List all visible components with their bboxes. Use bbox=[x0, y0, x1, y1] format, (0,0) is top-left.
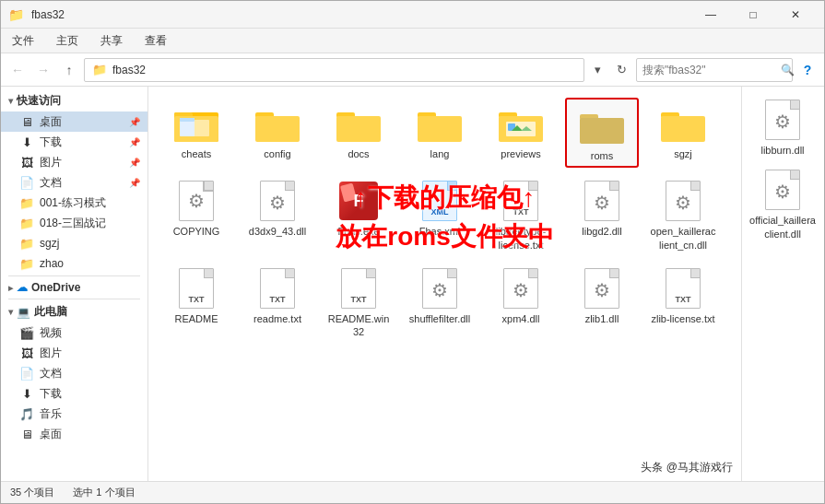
file-item-zlib-license[interactable]: TXT zlib-license.txt bbox=[646, 263, 720, 343]
maximize-button[interactable]: □ bbox=[732, 1, 774, 29]
this-pc-section: ▾ 💻 此电脑 🎬 视频 🖼 图片 📄 文档 ⬇ bbox=[1, 301, 147, 444]
file-item-docs[interactable]: docs bbox=[322, 98, 395, 168]
tab-view[interactable]: 查看 bbox=[134, 29, 178, 53]
sidebar-item-download-pc[interactable]: ⬇ 下载 bbox=[1, 383, 147, 404]
sidebar-item-video[interactable]: 🎬 视频 bbox=[1, 322, 147, 343]
file-item-lang[interactable]: lang bbox=[403, 98, 477, 168]
file-item-readme[interactable]: TXT README bbox=[159, 263, 233, 343]
pin-icon-documents: 📌 bbox=[129, 178, 140, 188]
open-kail-icon: ⚙ bbox=[661, 179, 705, 223]
zlib-license-label: zlib-license.txt bbox=[651, 312, 714, 325]
music-icon: 🎵 bbox=[19, 406, 34, 421]
sidebar-item-sgzj[interactable]: 📁 sgzj bbox=[1, 233, 147, 253]
search-icon: 🔍 bbox=[781, 64, 795, 76]
sidebar-item-documents[interactable]: 📄 文档 📌 bbox=[1, 172, 147, 193]
folder-zhao-icon: 📁 bbox=[19, 256, 34, 271]
file-item-fbas-exe[interactable]: F Fbas.exe bbox=[322, 175, 395, 255]
libgd2-icon: ⚙ bbox=[580, 179, 624, 223]
forward-button[interactable]: → bbox=[32, 59, 54, 81]
tab-home[interactable]: 主页 bbox=[45, 29, 89, 53]
download-icon: ⬇ bbox=[19, 135, 34, 149]
tab-file[interactable]: 文件 bbox=[1, 29, 45, 53]
file-item-xpm4[interactable]: ⚙ xpm4.dll bbox=[484, 263, 558, 343]
file-item-zlib1[interactable]: ⚙ zlib1.dll bbox=[565, 263, 639, 343]
onedrive-header[interactable]: ▸ ☁ OneDrive bbox=[1, 278, 147, 297]
d3dx9-label: d3dx9_43.dll bbox=[249, 225, 306, 238]
sidebar-item-zhao[interactable]: 📁 zhao bbox=[1, 253, 147, 274]
file-item-fbas-xml[interactable]: XML Fbas.xml bbox=[403, 175, 477, 255]
readme-win32-label: README.win32 bbox=[325, 312, 392, 339]
path-text: fbas32 bbox=[112, 64, 146, 76]
title-bar: 📁 fbas32 — □ ✕ bbox=[1, 1, 824, 29]
file-item-shuffle[interactable]: ⚙ shufflefilter.dll bbox=[403, 263, 477, 343]
sidebar-item-download[interactable]: ⬇ 下载 📌 bbox=[1, 132, 147, 152]
fbas-exe-label: Fbas.exe bbox=[337, 225, 379, 238]
sidebar-download-pc-label: 下载 bbox=[40, 386, 62, 402]
search-box[interactable]: 🔍 bbox=[636, 58, 793, 82]
cheats-label: cheats bbox=[182, 147, 211, 160]
close-button[interactable]: ✕ bbox=[774, 1, 817, 29]
tab-share[interactable]: 共享 bbox=[89, 29, 134, 53]
help-button[interactable]: ? bbox=[796, 59, 819, 81]
minimize-button[interactable]: — bbox=[689, 1, 732, 29]
sidebar-item-001[interactable]: 📁 001-练习模式 bbox=[1, 193, 147, 213]
sidebar-item-desktop[interactable]: 🖥 桌面 📌 bbox=[1, 111, 147, 132]
zlib1-icon: ⚙ bbox=[580, 266, 624, 311]
search-input[interactable] bbox=[642, 64, 781, 76]
file-item-cheats[interactable]: cheats bbox=[159, 98, 233, 168]
download-pc-icon: ⬇ bbox=[19, 386, 34, 401]
file-item-open-kail[interactable]: ⚙ open_kailleraclient_cn.dll bbox=[646, 175, 720, 255]
sidebar-divider-2 bbox=[8, 299, 140, 299]
file-item-roms[interactable]: roms bbox=[565, 98, 639, 168]
this-pc-header[interactable]: ▾ 💻 此电脑 bbox=[1, 301, 147, 322]
file-item-libgd2[interactable]: ⚙ libgd2.dll bbox=[565, 175, 639, 255]
file-item-readme-win32[interactable]: TXT README.win32 bbox=[322, 263, 395, 343]
folder-sgzj-icon: 📁 bbox=[19, 236, 34, 251]
folder-018-icon: 📁 bbox=[19, 216, 34, 230]
file-item-libburn[interactable]: ⚙ libburn.dll bbox=[746, 94, 819, 160]
sidebar-item-sgzj-label: sgzj bbox=[40, 237, 59, 250]
docs-label: docs bbox=[348, 147, 369, 160]
file-item-previews[interactable]: previews bbox=[484, 98, 558, 168]
back-button[interactable]: ← bbox=[6, 59, 29, 81]
sidebar-item-pictures[interactable]: 🖼 图片 📌 bbox=[1, 152, 147, 172]
sidebar-docs-pc-label: 文档 bbox=[40, 366, 62, 381]
folder-icon-docs bbox=[336, 101, 381, 146]
sidebar-item-018-label: 018-三国战记 bbox=[40, 216, 106, 231]
sidebar-item-desktop-pc[interactable]: 🖥 桌面 bbox=[1, 424, 147, 444]
file-item-libfreetype[interactable]: TXT libfreetype-license.txt bbox=[484, 175, 558, 255]
path-folder-icon: 📁 bbox=[92, 63, 107, 76]
file-item-config[interactable]: config bbox=[241, 98, 314, 168]
title-bar-icons: 📁 bbox=[8, 7, 24, 22]
file-item-copying[interactable]: ⚙ COPYING bbox=[159, 175, 233, 255]
file-item-official-kail[interactable]: ⚙ official_kailleraclient.dll bbox=[746, 164, 819, 244]
file-item-d3dx9[interactable]: ⚙ d3dx9_43.dll bbox=[241, 175, 314, 255]
file-item-readme-txt[interactable]: TXT readme.txt bbox=[241, 263, 314, 343]
fbas-exe-icon: F bbox=[336, 179, 381, 223]
libburn-label: libburn.dll bbox=[760, 144, 804, 157]
up-button[interactable]: ↑ bbox=[58, 59, 80, 81]
refresh-button[interactable]: ↻ bbox=[610, 59, 632, 81]
readme-win32-icon: TXT bbox=[336, 266, 381, 311]
sidebar-item-music[interactable]: 🎵 音乐 bbox=[1, 404, 147, 424]
address-path[interactable]: 📁 fbas32 bbox=[84, 58, 584, 82]
folder-icon-previews bbox=[499, 101, 543, 146]
sgzj-label: sgzj bbox=[674, 147, 692, 160]
window-controls: — □ ✕ bbox=[689, 1, 817, 29]
sidebar-divider-1 bbox=[8, 275, 140, 276]
address-dropdown[interactable]: ▾ bbox=[588, 58, 607, 82]
pictures-icon: 🖼 bbox=[19, 155, 34, 170]
svg-rect-21 bbox=[661, 116, 705, 142]
sidebar-item-018[interactable]: 📁 018-三国战记 bbox=[1, 213, 147, 233]
file-item-sgzj[interactable]: sgzj bbox=[646, 98, 720, 168]
computer-icon: 💻 bbox=[17, 306, 30, 319]
quick-access-header[interactable]: ▾ 快速访问 bbox=[1, 90, 147, 111]
quick-access-label: 快速访问 bbox=[17, 93, 61, 109]
this-pc-label: 此电脑 bbox=[34, 304, 67, 320]
svg-rect-19 bbox=[580, 118, 624, 144]
sidebar-desktop-pc-label: 桌面 bbox=[40, 427, 62, 442]
sidebar-item-desktop-label: 桌面 bbox=[40, 114, 62, 130]
onedrive-cloud-icon: ☁ bbox=[17, 281, 28, 294]
sidebar-item-docs-pc[interactable]: 📄 文档 bbox=[1, 363, 147, 383]
sidebar-item-pictures-pc[interactable]: 🖼 图片 bbox=[1, 343, 147, 363]
